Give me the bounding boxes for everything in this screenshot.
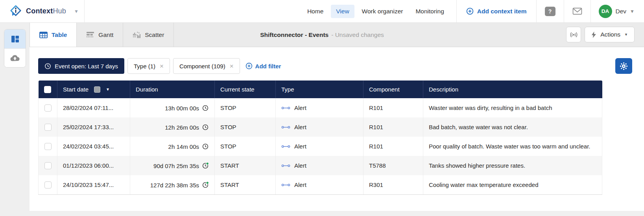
event-open-filter-label: Event open: Last 7 days <box>55 63 118 70</box>
cell-type: Alert <box>276 98 364 117</box>
envelope-icon <box>572 7 582 15</box>
clock-icon <box>202 143 209 150</box>
cell-duration: 127d 22h 38m 35s <box>130 175 215 195</box>
column-header-start-date[interactable]: Start date <box>63 86 89 93</box>
sidebar-button-group <box>4 29 26 68</box>
plus-circle-icon <box>245 62 253 70</box>
unsaved-changes-label: - Unsaved changes <box>331 31 384 38</box>
cell-current-state: STOP <box>215 137 276 156</box>
link-icon <box>281 145 290 148</box>
cell-start-date: 28/02/2024 07:11... <box>57 98 130 117</box>
group-indicator-icon[interactable] <box>94 86 100 93</box>
table-body: 28/02/2024 07:11... 13h 00m 00s STOP Ale… <box>39 98 602 195</box>
add-filter-button[interactable]: Add filter <box>245 62 281 70</box>
link-icon <box>281 125 290 129</box>
table-row[interactable]: 01/12/2023 06:00... 90d 07h 25m 35s STAR… <box>39 156 602 175</box>
cell-description: Tanks showed higher pressure rates. <box>423 156 602 175</box>
actions-chevron-down-icon: ▼ <box>624 33 628 37</box>
table-row[interactable]: 24/02/2024 03:45... 2h 14m 00s STOP Aler… <box>39 137 602 156</box>
table-row[interactable]: 24/10/2023 15:47... 127d 22h 38m 35s STA… <box>39 175 602 195</box>
event-open-filter-chip[interactable]: Event open: Last 7 days <box>38 58 124 74</box>
avatar: DA <box>599 5 612 18</box>
tab-scatter-label: Scatter <box>145 31 164 38</box>
cell-description: Bad batch, waste water was not clear. <box>423 117 602 137</box>
table-icon <box>39 31 48 38</box>
user-name: Dev <box>616 8 627 15</box>
brand[interactable]: ContextHub ▼ <box>0 0 85 22</box>
brand-name: ContextHub <box>26 7 66 15</box>
column-header-description[interactable]: Description <box>423 81 602 98</box>
table-row[interactable]: 25/02/2024 17:33... 12h 26m 00s STOP Ale… <box>39 117 602 137</box>
type-label: Alert <box>294 162 306 169</box>
column-header-duration[interactable]: Duration <box>130 81 215 98</box>
cell-start-date: 24/10/2023 15:47... <box>57 175 130 195</box>
component-filter-chip[interactable]: Component (109) × <box>173 58 240 74</box>
cloud-upload-button[interactable] <box>4 48 26 67</box>
cell-type: Alert <box>276 137 364 156</box>
add-filter-label: Add filter <box>255 63 281 70</box>
column-header-component[interactable]: Component <box>364 81 423 98</box>
component-filter-label: Component (109) <box>179 63 225 70</box>
cell-start-date: 25/02/2024 17:33... <box>57 117 130 137</box>
brand-chevron-down-icon[interactable]: ▼ <box>74 9 79 14</box>
duration-value: 90d 07h 25m 35s <box>153 163 199 169</box>
cell-duration: 12h 26m 00s <box>130 117 215 137</box>
duration-value: 127d 22h 38m 35s <box>150 182 199 189</box>
user-menu[interactable]: DA Dev ▼ <box>591 0 644 22</box>
plus-circle-icon <box>466 7 474 15</box>
cell-component: R301 <box>364 175 423 195</box>
clock-icon <box>202 104 209 112</box>
close-icon[interactable]: × <box>160 63 164 70</box>
nav-item-home[interactable]: Home <box>302 5 328 18</box>
tab-table[interactable]: Table <box>30 23 77 47</box>
dashboard-view-button[interactable] <box>4 29 26 48</box>
row-checkbox[interactable] <box>44 181 52 189</box>
select-all-checkbox[interactable] <box>44 86 51 93</box>
cell-current-state: START <box>215 175 276 195</box>
row-checkbox[interactable] <box>44 104 52 112</box>
row-checkbox[interactable] <box>44 124 52 131</box>
row-checkbox[interactable] <box>44 162 52 169</box>
dashboard-icon <box>11 35 19 43</box>
type-label: Alert <box>294 104 306 111</box>
question-icon: ? <box>548 8 552 15</box>
column-header-type[interactable]: Type <box>276 81 364 98</box>
duration-value: 13h 00m 00s <box>165 105 199 112</box>
nav-item-work-organizer[interactable]: Work organizer <box>357 5 408 18</box>
clock-icon <box>202 181 209 189</box>
sort-desc-icon[interactable]: ▼ <box>106 87 110 92</box>
tab-scatter[interactable]: Scatter <box>123 23 174 47</box>
nav-item-monitoring[interactable]: Monitoring <box>410 5 449 18</box>
tab-table-label: Table <box>52 31 67 38</box>
duration-value: 12h 26m 00s <box>165 124 199 131</box>
tab-gantt[interactable]: Gantt <box>77 23 123 47</box>
gear-icon <box>620 62 628 70</box>
link-icon <box>281 183 290 187</box>
left-sidebar <box>0 23 30 216</box>
type-filter-chip[interactable]: Type (1) × <box>127 58 170 74</box>
cell-component: T5788 <box>364 156 423 175</box>
nav-item-view[interactable]: View <box>331 5 354 18</box>
add-context-item-button[interactable]: Add context item <box>457 0 536 22</box>
column-header-current-state[interactable]: Current state <box>215 81 276 98</box>
add-context-item-label: Add context item <box>477 8 527 15</box>
type-filter-label: Type (1) <box>134 63 155 70</box>
close-icon[interactable]: × <box>230 63 234 70</box>
events-table: Start date ▼ Duration Current state Type… <box>38 81 602 195</box>
cell-start-date: 24/02/2024 03:45... <box>57 137 130 156</box>
help-button[interactable]: ? <box>545 7 555 16</box>
table-row[interactable]: 28/02/2024 07:11... 13h 00m 00s STOP Ale… <box>39 98 602 117</box>
broadcast-button[interactable] <box>566 27 581 42</box>
cell-current-state: START <box>215 156 276 175</box>
actions-button[interactable]: Actions ▼ <box>585 27 635 42</box>
cell-type: Alert <box>276 156 364 175</box>
cloud-upload-icon <box>10 55 20 62</box>
table-settings-button[interactable] <box>615 58 632 74</box>
cell-duration: 13h 00m 00s <box>130 98 215 117</box>
cell-duration: 90d 07h 25m 35s <box>130 156 215 175</box>
row-checkbox[interactable] <box>44 143 52 150</box>
messages-button[interactable] <box>572 7 582 15</box>
top-navbar: ContextHub ▼ Home View Work organizer Mo… <box>0 0 644 23</box>
clock-icon <box>44 63 51 70</box>
actions-label: Actions <box>600 31 620 38</box>
